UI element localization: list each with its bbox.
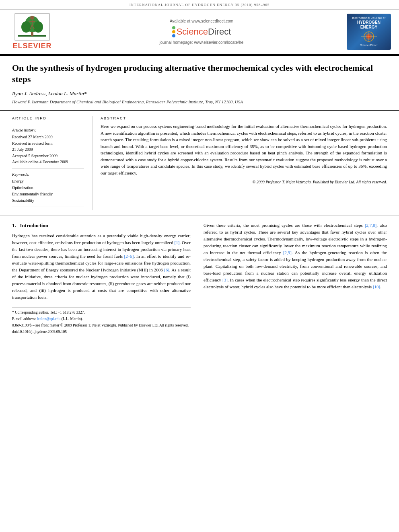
sd-dot-green — [172, 26, 175, 29]
keyword-3: Environmentally friendly — [12, 191, 84, 197]
footnote-doi: doi:10.1016/j.ijhydene.2009.09.105 — [12, 329, 191, 335]
hydrogen-energy-logo: International Journal of HYDROGENENERGY … — [347, 14, 391, 50]
sciencedirect-text: ScienceDirect — [177, 26, 231, 38]
hydrogen-logo-text: International Journal of — [352, 16, 385, 20]
article-affiliation: Howard P. Isermann Department of Chemica… — [12, 99, 387, 105]
main-content: 1. Introduction Hydrogen has received co… — [0, 216, 399, 336]
elsevier-tree-icon — [14, 13, 50, 41]
footnote-corresponding: * Corresponding author. Tel.: +1 518 276… — [12, 310, 191, 316]
journal-homepage: journal homepage: www.elsevier.com/locat… — [160, 40, 243, 45]
info-abstract-section: Article Info Article history: Received 2… — [0, 111, 399, 216]
available-text: Available at www.sciencedirect.com — [170, 18, 233, 24]
ref-3-link[interactable]: [3] — [222, 277, 228, 282]
elsevier-label: ELSEVIER — [12, 41, 51, 51]
main-right: Given these criteria, the most promising… — [197, 222, 387, 336]
elsevier-logo: ELSEVIER — [8, 13, 56, 51]
abstract-label: Abstract — [101, 116, 387, 121]
ref-278-link[interactable]: [2,7,8] — [365, 223, 376, 228]
info-divider-2 — [12, 168, 84, 168]
svg-point-3 — [21, 21, 31, 33]
available-online: Available online 4 December 2009 — [12, 159, 84, 165]
ref-1-link[interactable]: [1] — [175, 240, 180, 245]
sd-dot-orange — [172, 30, 175, 33]
hydrogen-logo-title: HYDROGENENERGY — [357, 20, 380, 30]
intro-left-paragraph: Hydrogen has received considerable atten… — [12, 232, 191, 301]
accepted: Accepted 5 September 2009 — [12, 153, 84, 159]
ref-2-5-link[interactable]: [2–5] — [124, 254, 134, 259]
received-revised-date: 21 July 2009 — [12, 147, 84, 152]
center-logos: Available at www.sciencedirect.com Scien… — [160, 18, 243, 45]
hydrogen-logo-icon — [357, 31, 381, 43]
sd-dots-icon — [172, 26, 175, 37]
received-1: Received 27 March 2009 — [12, 134, 84, 140]
intro-heading: 1. Introduction — [12, 222, 191, 229]
article-authors: Ryan J. Andress, Lealon L. Martin* — [12, 90, 387, 97]
journal-header: International Journal of Hydrogen Energy… — [0, 0, 399, 10]
article-title: On the synthesis of hydrogen producing a… — [12, 62, 387, 85]
keyword-4: Sustainability — [12, 198, 84, 203]
history-title: Article history: — [12, 127, 84, 133]
abstract-col: Abstract Here we expand on our process s… — [93, 116, 387, 210]
intro-title: Introduction — [20, 222, 49, 228]
info-divider-1 — [12, 124, 84, 124]
main-left: 1. Introduction Hydrogen has received co… — [12, 222, 197, 336]
sd-dot-blue — [172, 34, 175, 37]
intro-number: 1. — [12, 222, 16, 228]
ref-29-link[interactable]: [2,9] — [283, 250, 292, 255]
received-revised-label: Received in revised form — [12, 141, 84, 146]
copyright-text: © 2009 Professor T. Nejat Veziroglu. Pub… — [101, 179, 387, 185]
page: International Journal of Hydrogen Energy… — [0, 0, 399, 335]
footnote-issn: 0360-3199/$ – see front matter © 2009 Pr… — [12, 323, 191, 329]
article-info-col: Article Info Article history: Received 2… — [12, 116, 93, 210]
footnote-email: E-mail address: lealon@rpi.edu (L.L. Mar… — [12, 316, 191, 322]
article-info-label: Article Info — [12, 116, 84, 121]
keywords-title: Keywords: — [12, 172, 84, 177]
ref-10-link[interactable]: [10] — [373, 284, 380, 289]
logo-bar: ELSEVIER Available at www.sciencedirect.… — [0, 10, 399, 55]
article-title-section: On the synthesis of hydrogen producing a… — [0, 56, 399, 111]
footnote-area: * Corresponding author. Tel.: +1 518 276… — [12, 307, 191, 335]
svg-point-5 — [30, 16, 34, 20]
ref-6-link[interactable]: [6] — [164, 267, 169, 272]
intro-right-paragraph: Given these criteria, the most promising… — [204, 222, 387, 290]
hydrogen-logo-subtitle: ScienceDirect — [360, 43, 377, 47]
keyword-1: Energy — [12, 179, 84, 184]
journal-header-text: International Journal of Hydrogen Energy… — [130, 3, 270, 7]
abstract-text: Here we expand on our process systems en… — [101, 123, 387, 176]
keyword-2: Optimization — [12, 185, 84, 191]
email-link[interactable]: lealon@rpi.edu — [37, 317, 61, 321]
info-divider-3 — [12, 207, 84, 207]
sciencedirect-logo: ScienceDirect — [172, 26, 231, 38]
svg-point-4 — [33, 21, 43, 33]
